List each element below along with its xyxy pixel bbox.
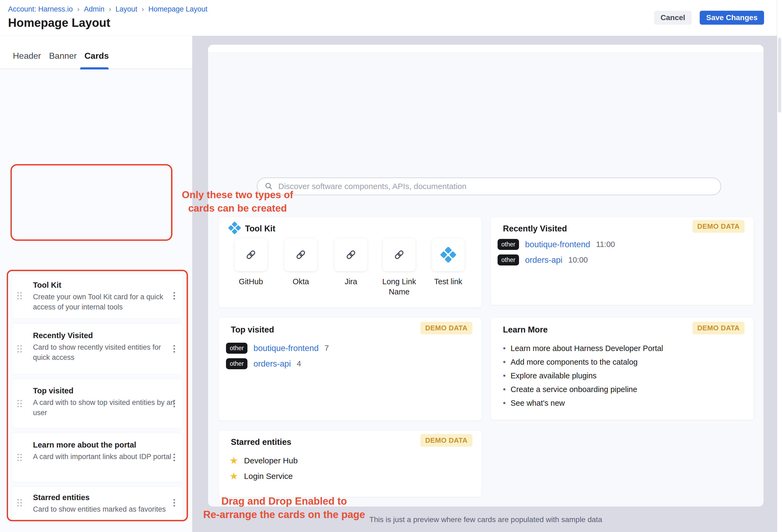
drag-handle-icon[interactable] (17, 292, 22, 299)
entity-link[interactable]: boutique-frontend (525, 240, 590, 249)
breadcrumb-admin[interactable]: Admin (84, 5, 105, 13)
entity-kind-tag: other (498, 239, 519, 250)
kebab-menu-icon[interactable] (172, 497, 177, 508)
toolkit-card-icon (228, 222, 241, 234)
learn-more-link-label: Explore available plugins (511, 371, 597, 380)
added-card-desc: Card to show recently visited entities f… (33, 342, 179, 362)
kebab-menu-icon[interactable] (172, 452, 177, 463)
entity-kind-tag: other (226, 343, 247, 354)
demo-data-badge: DEMO DATA (692, 322, 744, 334)
learn-more-title: Learn More (503, 325, 548, 334)
added-card-toolkit[interactable]: Tool Kit Create your own Tool Kit card f… (12, 273, 183, 319)
learn-more-link[interactable]: •Learn more about Harness Developer Port… (503, 344, 744, 353)
breadcrumb: Account: Harness.io › Admin › Layout › H… (8, 5, 208, 13)
toolkit-tile-jira[interactable] (334, 238, 367, 271)
star-icon: ★ (229, 455, 238, 466)
entity-count: 4 (297, 359, 301, 368)
entity-link[interactable]: boutique-frontend (253, 344, 318, 353)
learn-more-link[interactable]: •Add more components to the catalog (503, 357, 744, 366)
learn-more-link-label: Create a service onboarding pipeline (511, 385, 637, 394)
tile-label: Jira (331, 277, 371, 287)
recently-visited-title: Recently Visited (503, 224, 567, 234)
demo-data-badge: DEMO DATA (420, 434, 472, 447)
link-icon (345, 249, 357, 261)
starred-entities-card: Starred entities DEMO DATA ★ Developer H… (218, 430, 482, 497)
link-icon (393, 249, 405, 261)
toolkit-tile-okta[interactable] (284, 238, 317, 271)
learn-more-link-label: See what's new (511, 398, 565, 407)
breadcrumb-separator: › (142, 5, 144, 13)
toolkit-preview-card: Tool Kit (218, 217, 482, 308)
scrollbar[interactable] (777, 0, 782, 532)
kebab-menu-icon[interactable] (172, 290, 177, 301)
added-card-title: Learn more about the portal (33, 440, 177, 450)
learn-more-link-label: Learn more about Harness Developer Porta… (511, 344, 663, 353)
learn-more-link[interactable]: •See what's new (503, 398, 744, 407)
harness-diamond-icon (440, 247, 456, 262)
added-card-desc: A card with important links about IDP po… (33, 452, 179, 462)
bullet-icon: • (503, 385, 506, 394)
tile-label: Test link (428, 277, 468, 287)
added-card-starred[interactable]: Starred entities Card to show entities m… (12, 487, 183, 519)
tile-label: Okta (281, 277, 321, 287)
link-icon (245, 249, 257, 261)
added-card-desc: Create your own Tool Kit card for a quic… (33, 292, 179, 312)
drag-handle-icon[interactable] (17, 499, 22, 506)
breadcrumb-current[interactable]: Homepage Layout (148, 5, 208, 13)
search-input[interactable] (278, 182, 721, 191)
active-tab-indicator (80, 67, 109, 69)
drag-handle-icon[interactable] (17, 454, 22, 461)
tile-label: Long Link Name (379, 277, 419, 297)
entity-link[interactable]: orders-api (525, 255, 562, 265)
starred-entity-name: Login Service (244, 472, 293, 481)
entity-time: 11:00 (596, 240, 615, 249)
starred-entity[interactable]: ★ Developer Hub (229, 455, 297, 466)
starred-entity-name: Developer Hub (244, 456, 297, 465)
tab-banner[interactable]: Banner (49, 51, 77, 61)
entity-link[interactable]: orders-api (253, 359, 291, 369)
entity-kind-tag: other (498, 254, 519, 265)
learn-more-link[interactable]: •Explore available plugins (503, 371, 744, 380)
added-card-top-visited[interactable]: Top visited A card with to show top visi… (12, 379, 183, 428)
recently-visited-card: Recently Visited DEMO DATA other boutiqu… (491, 217, 754, 305)
tab-cards[interactable]: Cards (84, 51, 109, 61)
breadcrumb-layout[interactable]: Layout (115, 5, 137, 13)
demo-data-badge: DEMO DATA (420, 322, 472, 334)
breadcrumb-separator: › (109, 5, 111, 13)
demo-data-badge: DEMO DATA (692, 220, 744, 233)
toolkit-card-title: Tool Kit (245, 224, 275, 234)
tab-header[interactable]: Header (13, 51, 41, 61)
toolkit-tile-long-link[interactable] (383, 238, 416, 271)
star-icon: ★ (229, 471, 238, 482)
added-card-title: Tool Kit (33, 281, 177, 290)
added-card-title: Top visited (33, 386, 177, 395)
bullet-icon: • (503, 357, 506, 366)
preview-panel-topbar (208, 45, 763, 53)
added-card-title: Recently Visited (33, 331, 177, 340)
kebab-menu-icon[interactable] (172, 344, 177, 354)
bullet-icon: • (503, 371, 506, 380)
starred-entity[interactable]: ★ Login Service (229, 471, 293, 482)
kebab-menu-icon[interactable] (172, 398, 177, 409)
toolkit-tile-test-link[interactable] (432, 238, 465, 271)
added-card-title: Starred entities (33, 493, 177, 502)
toolkit-tile-github[interactable] (235, 238, 267, 271)
bullet-icon: • (503, 344, 506, 353)
breadcrumb-account[interactable]: Account: Harness.io (8, 5, 73, 13)
save-changes-button[interactable]: Save Changes (700, 11, 764, 25)
discover-search-bar[interactable] (257, 178, 721, 195)
entity-kind-tag: other (226, 358, 247, 369)
added-card-desc: A card with to show top visited entities… (33, 397, 179, 418)
drag-handle-icon[interactable] (17, 400, 22, 407)
scrollbar-thumb[interactable] (778, 38, 781, 113)
search-icon (264, 182, 274, 191)
learn-more-card: Learn More DEMO DATA •Learn more about H… (491, 317, 754, 420)
drag-handle-icon[interactable] (17, 345, 22, 353)
learn-more-link[interactable]: •Create a service onboarding pipeline (503, 385, 744, 394)
preview-footer-note: This is just a preview where few cards a… (208, 516, 763, 524)
added-card-learn-more[interactable]: Learn more about the portal A card with … (12, 433, 183, 482)
link-icon (295, 249, 307, 261)
added-card-recently-visited[interactable]: Recently Visited Card to show recently v… (12, 323, 183, 374)
cancel-button[interactable]: Cancel (654, 11, 692, 25)
top-visited-card: Top visited DEMO DATA other boutique-fro… (218, 317, 482, 421)
